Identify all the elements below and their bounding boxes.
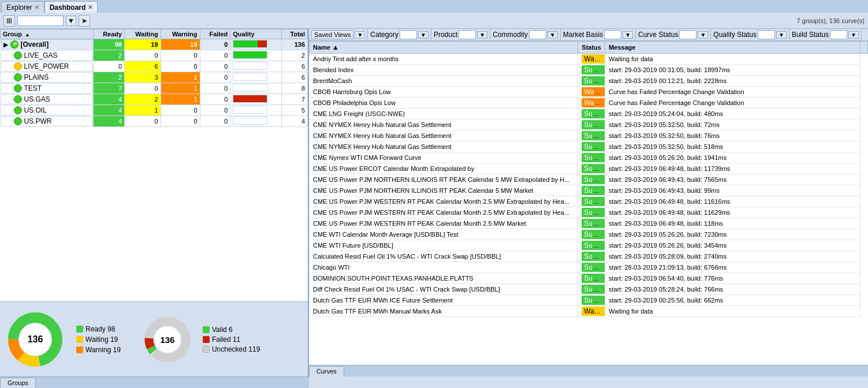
list-item[interactable]: CBOB Philadelphia Opis Low Warnings Curv… bbox=[310, 98, 868, 109]
curve-name: CME NYMEX Henry Hub Natural Gas Settleme… bbox=[310, 120, 578, 130]
list-item[interactable]: CME US Power PJM NORTHERN ILLINOIS RT PE… bbox=[310, 174, 868, 185]
expand-arrow[interactable]: ▶ bbox=[3, 42, 8, 48]
grid-icon-btn[interactable]: ⊞ bbox=[3, 15, 15, 27]
left-bottom-tabs: Groups bbox=[0, 376, 309, 388]
list-item[interactable]: Blended Index Success start: 29-03-2019 … bbox=[310, 65, 868, 76]
status-badge: Success bbox=[582, 241, 605, 250]
col-header-total[interactable]: Total bbox=[282, 29, 308, 39]
list-item[interactable]: BrentMoCash Success start: 29-03-2019 00… bbox=[310, 76, 868, 87]
market-basis-dropdown[interactable]: ▼ bbox=[623, 31, 633, 39]
list-item[interactable]: CME US Power PJM WESTERN RT PEAK Calenda… bbox=[310, 196, 868, 207]
total-count: 6 bbox=[282, 72, 308, 83]
failed-count: 0 bbox=[200, 94, 230, 105]
tab-explorer[interactable]: Explorer ✕ bbox=[1, 1, 44, 13]
list-item[interactable]: CME NYMEX Henry Hub Natural Gas Settleme… bbox=[310, 141, 868, 152]
curves-tab[interactable]: Curves bbox=[309, 366, 344, 376]
product-dropdown[interactable]: ▼ bbox=[477, 31, 487, 39]
category-filter[interactable]: * bbox=[400, 30, 417, 39]
col-header-waiting[interactable]: Waiting bbox=[125, 29, 161, 39]
commodity-dropdown[interactable]: ▼ bbox=[547, 31, 558, 39]
list-item[interactable]: Diff Check Resid Fuel Oil 1% USAC - WTI … bbox=[310, 284, 868, 295]
col-header-ready[interactable]: Ready bbox=[93, 29, 124, 39]
list-item[interactable]: CME US Power PJM NORTHERN ILLINOIS RT PE… bbox=[310, 185, 868, 196]
commodity-filter[interactable]: * bbox=[529, 30, 546, 39]
th-message[interactable]: Message bbox=[605, 42, 860, 54]
list-item[interactable]: CME US Power PJM WESTERN RT PEAK Calenda… bbox=[310, 207, 868, 218]
th-status[interactable]: Status bbox=[578, 42, 605, 54]
curve-name: Blended Index bbox=[310, 65, 578, 76]
market-basis-filter[interactable]: * bbox=[604, 30, 621, 39]
list-item[interactable]: CME LNG Freight (USGC-NWE) Success start… bbox=[310, 109, 868, 120]
warning-count: 0 bbox=[161, 61, 200, 72]
build-status-filter[interactable]: * bbox=[830, 30, 847, 39]
status-badge: Success bbox=[582, 219, 605, 228]
failed-count: 0 bbox=[200, 39, 230, 50]
explorer-tab-close[interactable]: ✕ bbox=[35, 4, 39, 10]
curve-message: Curve has Failed Percentage Change Valid… bbox=[605, 87, 860, 98]
list-item[interactable]: CME US Power PJM WESTERN RT PEAK Calenda… bbox=[310, 218, 868, 229]
table-row[interactable]: PLAINS 2 3 1 0 6 bbox=[1, 72, 308, 83]
list-item[interactable]: CME Nymex WTI CMA Forward Curve Success … bbox=[310, 152, 868, 163]
list-item[interactable]: Calculated Resid Fuel Oil 1% USAC - WTI … bbox=[310, 251, 868, 262]
quality-bar-cell bbox=[230, 39, 282, 50]
col-header-failed[interactable]: Failed bbox=[200, 29, 230, 39]
table-row[interactable]: US.PWR 4 0 0 0 4 bbox=[1, 116, 308, 127]
ready-count: 7 bbox=[93, 83, 124, 94]
status-badge: Success bbox=[582, 175, 605, 184]
dashboard-tab-close[interactable]: ✕ bbox=[88, 4, 92, 10]
table-row[interactable]: LIVE_GAS 2 0 0 0 2 bbox=[1, 50, 308, 61]
list-item[interactable]: CBOB Harrisburg Opis Low Warnings Curve … bbox=[310, 87, 868, 98]
status-badge: Success bbox=[582, 186, 605, 195]
date-input[interactable]: 28-Mar-2019 bbox=[17, 16, 64, 26]
curve-name: CME WTI Calendar Month Average [USD/BBL]… bbox=[310, 229, 578, 240]
curve-status-filter[interactable]: * bbox=[679, 30, 696, 39]
curve-status: Success bbox=[578, 120, 605, 130]
quality-status-dropdown[interactable]: ▼ bbox=[776, 31, 787, 39]
group-table-wrapper[interactable]: Group ▲ Ready Waiting Warning Failed Qua… bbox=[0, 29, 308, 301]
curve-name: CBOB Harrisburg Opis Low bbox=[310, 87, 578, 98]
quality-status-filter[interactable]: * bbox=[758, 30, 775, 39]
th-name[interactable]: Name ▲ bbox=[310, 42, 578, 54]
curves-table-wrapper[interactable]: Name ▲ Status Message Andriy Test add af… bbox=[309, 41, 868, 365]
curve-status: Waiting bbox=[578, 54, 605, 65]
group-name: US.GAS bbox=[1, 94, 93, 105]
total-count: 4 bbox=[282, 116, 308, 127]
groups-tab[interactable]: Groups bbox=[0, 378, 36, 388]
table-row[interactable]: TEST 7 0 1 0 8 bbox=[1, 83, 308, 94]
refresh-btn[interactable]: ➤ bbox=[79, 15, 90, 27]
list-item[interactable]: CME WTI Future [USD/BBL] Success start: … bbox=[310, 240, 868, 251]
category-dropdown[interactable]: ▼ bbox=[418, 31, 429, 39]
status-badge: Success bbox=[582, 65, 605, 74]
col-header-warning[interactable]: Warning bbox=[161, 29, 200, 39]
curve-status-dropdown[interactable]: ▼ bbox=[698, 31, 708, 39]
col-header-quality[interactable]: Quality bbox=[230, 29, 282, 39]
saved-views-btn[interactable]: Saved Views bbox=[311, 30, 353, 39]
curve-message: start: 29-03-2019 06:49:43, build: 99ms bbox=[605, 185, 860, 196]
product-filter[interactable]: * bbox=[459, 30, 476, 39]
list-item[interactable]: Chicago WTI Success start: 28-03-2019 21… bbox=[310, 262, 868, 273]
table-row[interactable]: ▶ ⟳ [Overall] 98 19 19 0 136 bbox=[1, 39, 308, 50]
market-basis-cell: Market Basis * ▼ bbox=[561, 29, 636, 40]
tab-dashboard[interactable]: Dashboard ✕ bbox=[44, 1, 98, 13]
status-badge: Success bbox=[582, 230, 605, 239]
table-row[interactable]: US.GAS 4 2 1 0 7 bbox=[1, 94, 308, 105]
list-item[interactable]: Dutch Gas TTF EUR MWh ICE Future Settlem… bbox=[310, 295, 868, 306]
failed-count: 0 bbox=[200, 72, 230, 83]
curve-status: Success bbox=[578, 196, 605, 207]
list-item[interactable]: CME NYMEX Henry Hub Natural Gas Settleme… bbox=[310, 120, 868, 130]
saved-views-dropdown[interactable]: ▼ bbox=[355, 31, 365, 39]
list-item[interactable]: CME NYMEX Henry Hub Natural Gas Settleme… bbox=[310, 130, 868, 141]
list-item[interactable]: Dutch Gas TTF EUR MWh Manual Marks Ask W… bbox=[310, 306, 868, 317]
curve-message: Waiting for data bbox=[605, 306, 860, 317]
list-item[interactable]: CME US Power ERCOT Calendar Month Extrap… bbox=[310, 163, 868, 174]
group-row-name: US.GAS bbox=[24, 95, 50, 103]
date-dropdown-btn[interactable]: ▼ bbox=[66, 16, 76, 26]
col-header-group[interactable]: Group ▲ bbox=[1, 29, 94, 39]
list-item[interactable]: CME WTI Calendar Month Average [USD/BBL]… bbox=[310, 229, 868, 240]
curves-table: Name ▲ Status Message Andriy Test add af… bbox=[309, 41, 868, 317]
table-row[interactable]: LIVE_POWER 0 6 0 0 6 bbox=[1, 61, 308, 72]
list-item[interactable]: DOMINION.SOUTH.POINT.TEXAS.PANHADLE.PLAT… bbox=[310, 273, 868, 284]
build-status-dropdown[interactable]: ▼ bbox=[848, 31, 859, 39]
table-row[interactable]: US.OIL 4 1 0 0 5 bbox=[1, 105, 308, 116]
list-item[interactable]: Andriy Test add after x months Waiting W… bbox=[310, 54, 868, 65]
